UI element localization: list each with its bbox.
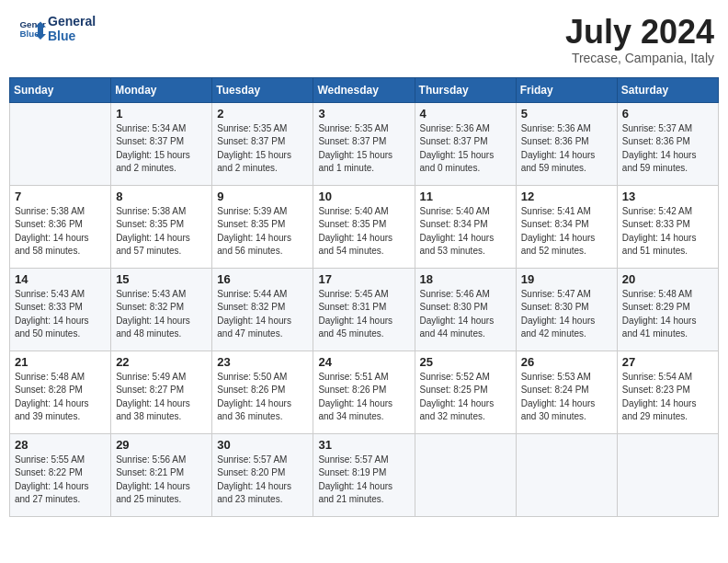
- calendar-cell: 19Sunrise: 5:47 AMSunset: 8:30 PMDayligh…: [516, 268, 617, 350]
- logo-text-blue: Blue: [48, 29, 96, 43]
- day-number: 26: [521, 355, 613, 369]
- calendar-cell: 30Sunrise: 5:57 AMSunset: 8:20 PMDayligh…: [212, 433, 313, 516]
- calendar-week-row: 1Sunrise: 5:34 AMSunset: 8:37 PMDaylight…: [10, 102, 719, 185]
- header-row: SundayMondayTuesdayWednesdayThursdayFrid…: [10, 77, 719, 102]
- day-number: 24: [318, 355, 410, 369]
- day-number: 25: [420, 355, 512, 369]
- day-number: 6: [622, 107, 714, 121]
- calendar-cell: 4Sunrise: 5:36 AMSunset: 8:37 PMDaylight…: [415, 102, 516, 185]
- weekday-header: Saturday: [617, 77, 718, 102]
- calendar-cell: 2Sunrise: 5:35 AMSunset: 8:37 PMDaylight…: [212, 102, 313, 185]
- cell-sun-info: Sunrise: 5:56 AMSunset: 8:21 PMDaylight:…: [116, 454, 208, 507]
- cell-sun-info: Sunrise: 5:57 AMSunset: 8:20 PMDaylight:…: [217, 454, 309, 507]
- day-number: 27: [622, 355, 714, 369]
- calendar-cell: 10Sunrise: 5:40 AMSunset: 8:35 PMDayligh…: [313, 185, 415, 268]
- day-number: 14: [15, 272, 107, 286]
- logo-icon: General Blue: [18, 15, 46, 42]
- cell-sun-info: Sunrise: 5:55 AMSunset: 8:22 PMDaylight:…: [15, 454, 107, 507]
- calendar-cell: 11Sunrise: 5:40 AMSunset: 8:34 PMDayligh…: [415, 185, 516, 268]
- day-number: 17: [318, 272, 410, 286]
- day-number: 22: [116, 355, 208, 369]
- calendar-cell: 8Sunrise: 5:38 AMSunset: 8:35 PMDaylight…: [111, 185, 212, 268]
- calendar-cell: 14Sunrise: 5:43 AMSunset: 8:33 PMDayligh…: [10, 268, 111, 350]
- calendar-cell: 24Sunrise: 5:51 AMSunset: 8:26 PMDayligh…: [313, 350, 415, 433]
- cell-sun-info: Sunrise: 5:42 AMSunset: 8:33 PMDaylight:…: [622, 205, 714, 259]
- logo-text-general: General: [48, 14, 96, 29]
- day-number: 1: [116, 107, 208, 121]
- cell-sun-info: Sunrise: 5:38 AMSunset: 8:36 PMDaylight:…: [15, 205, 107, 259]
- cell-sun-info: Sunrise: 5:38 AMSunset: 8:35 PMDaylight:…: [116, 205, 208, 259]
- cell-sun-info: Sunrise: 5:39 AMSunset: 8:35 PMDaylight:…: [217, 205, 309, 259]
- cell-sun-info: Sunrise: 5:43 AMSunset: 8:32 PMDaylight:…: [116, 288, 208, 341]
- weekday-header: Sunday: [10, 77, 111, 102]
- cell-sun-info: Sunrise: 5:47 AMSunset: 8:30 PMDaylight:…: [521, 288, 613, 341]
- cell-sun-info: Sunrise: 5:43 AMSunset: 8:33 PMDaylight:…: [15, 288, 107, 341]
- cell-sun-info: Sunrise: 5:48 AMSunset: 8:28 PMDaylight:…: [15, 371, 107, 424]
- calendar-cell: 23Sunrise: 5:50 AMSunset: 8:26 PMDayligh…: [212, 350, 313, 433]
- cell-sun-info: Sunrise: 5:48 AMSunset: 8:29 PMDaylight:…: [622, 288, 714, 341]
- day-number: 8: [116, 190, 208, 203]
- weekday-header: Friday: [516, 77, 617, 102]
- location-text: Trecase, Campania, Italy: [565, 51, 714, 65]
- day-number: 21: [15, 355, 107, 369]
- calendar-cell: 7Sunrise: 5:38 AMSunset: 8:36 PMDaylight…: [10, 185, 111, 268]
- calendar-cell: 16Sunrise: 5:44 AMSunset: 8:32 PMDayligh…: [212, 268, 313, 350]
- day-number: 11: [420, 190, 512, 203]
- cell-sun-info: Sunrise: 5:36 AMSunset: 8:36 PMDaylight:…: [521, 122, 613, 176]
- calendar-cell: 31Sunrise: 5:57 AMSunset: 8:19 PMDayligh…: [313, 433, 415, 516]
- calendar-cell: [617, 433, 718, 516]
- day-number: 23: [217, 355, 309, 369]
- calendar-week-row: 7Sunrise: 5:38 AMSunset: 8:36 PMDaylight…: [10, 185, 719, 268]
- calendar-cell: 25Sunrise: 5:52 AMSunset: 8:25 PMDayligh…: [415, 350, 516, 433]
- day-number: 28: [15, 438, 107, 452]
- calendar-cell: 20Sunrise: 5:48 AMSunset: 8:29 PMDayligh…: [617, 268, 718, 350]
- calendar-cell: 12Sunrise: 5:41 AMSunset: 8:34 PMDayligh…: [516, 185, 617, 268]
- day-number: 9: [217, 190, 309, 203]
- day-number: 16: [217, 272, 309, 286]
- calendar-cell: 6Sunrise: 5:37 AMSunset: 8:36 PMDaylight…: [617, 102, 718, 185]
- calendar-cell: 21Sunrise: 5:48 AMSunset: 8:28 PMDayligh…: [10, 350, 111, 433]
- day-number: 10: [318, 190, 410, 203]
- title-block: July 2024 Trecase, Campania, Italy: [565, 14, 714, 65]
- calendar-week-row: 14Sunrise: 5:43 AMSunset: 8:33 PMDayligh…: [10, 268, 719, 350]
- calendar-cell: 28Sunrise: 5:55 AMSunset: 8:22 PMDayligh…: [10, 433, 111, 516]
- logo: General Blue General Blue: [18, 14, 96, 43]
- calendar-cell: 9Sunrise: 5:39 AMSunset: 8:35 PMDaylight…: [212, 185, 313, 268]
- calendar-cell: [10, 102, 111, 185]
- calendar-table: SundayMondayTuesdayWednesdayThursdayFrid…: [9, 77, 719, 517]
- weekday-header: Thursday: [415, 77, 516, 102]
- calendar-cell: 5Sunrise: 5:36 AMSunset: 8:36 PMDaylight…: [516, 102, 617, 185]
- weekday-header: Wednesday: [313, 77, 415, 102]
- calendar-week-row: 28Sunrise: 5:55 AMSunset: 8:22 PMDayligh…: [10, 433, 719, 516]
- month-title: July 2024: [565, 14, 714, 51]
- day-number: 19: [521, 272, 613, 286]
- day-number: 3: [318, 107, 410, 121]
- cell-sun-info: Sunrise: 5:44 AMSunset: 8:32 PMDaylight:…: [217, 288, 309, 341]
- calendar-cell: 27Sunrise: 5:54 AMSunset: 8:23 PMDayligh…: [617, 350, 718, 433]
- svg-text:Blue: Blue: [20, 29, 40, 39]
- calendar-cell: 17Sunrise: 5:45 AMSunset: 8:31 PMDayligh…: [313, 268, 415, 350]
- calendar-cell: 3Sunrise: 5:35 AMSunset: 8:37 PMDaylight…: [313, 102, 415, 185]
- calendar-cell: 13Sunrise: 5:42 AMSunset: 8:33 PMDayligh…: [617, 185, 718, 268]
- cell-sun-info: Sunrise: 5:49 AMSunset: 8:27 PMDaylight:…: [116, 371, 208, 424]
- calendar-cell: [415, 433, 516, 516]
- calendar-cell: 29Sunrise: 5:56 AMSunset: 8:21 PMDayligh…: [111, 433, 212, 516]
- cell-sun-info: Sunrise: 5:41 AMSunset: 8:34 PMDaylight:…: [521, 205, 613, 259]
- weekday-header: Tuesday: [212, 77, 313, 102]
- cell-sun-info: Sunrise: 5:53 AMSunset: 8:24 PMDaylight:…: [521, 371, 613, 424]
- cell-sun-info: Sunrise: 5:45 AMSunset: 8:31 PMDaylight:…: [318, 288, 410, 341]
- weekday-header: Monday: [111, 77, 212, 102]
- cell-sun-info: Sunrise: 5:40 AMSunset: 8:34 PMDaylight:…: [420, 205, 512, 259]
- cell-sun-info: Sunrise: 5:40 AMSunset: 8:35 PMDaylight:…: [318, 205, 410, 259]
- cell-sun-info: Sunrise: 5:54 AMSunset: 8:23 PMDaylight:…: [622, 371, 714, 424]
- cell-sun-info: Sunrise: 5:35 AMSunset: 8:37 PMDaylight:…: [217, 122, 309, 176]
- cell-sun-info: Sunrise: 5:57 AMSunset: 8:19 PMDaylight:…: [318, 454, 410, 507]
- day-number: 31: [318, 438, 410, 452]
- day-number: 4: [420, 107, 512, 121]
- day-number: 2: [217, 107, 309, 121]
- day-number: 18: [420, 272, 512, 286]
- cell-sun-info: Sunrise: 5:51 AMSunset: 8:26 PMDaylight:…: [318, 371, 410, 424]
- calendar-cell: [516, 433, 617, 516]
- cell-sun-info: Sunrise: 5:50 AMSunset: 8:26 PMDaylight:…: [217, 371, 309, 424]
- calendar-cell: 1Sunrise: 5:34 AMSunset: 8:37 PMDaylight…: [111, 102, 212, 185]
